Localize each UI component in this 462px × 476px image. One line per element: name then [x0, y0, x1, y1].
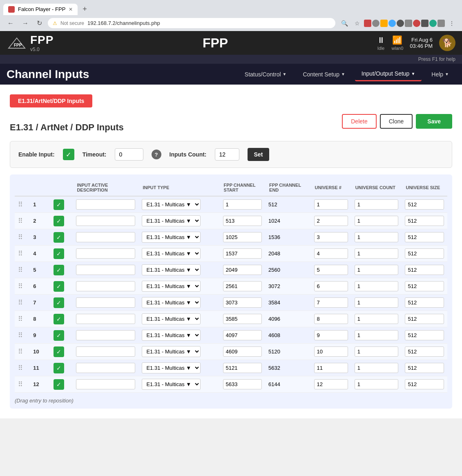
row-univ-count-input[interactable] — [355, 314, 399, 324]
row-ch-start-input[interactable] — [223, 232, 262, 242]
row-univ-count-input[interactable] — [355, 379, 399, 389]
enable-input-checkbox[interactable]: ✓ — [63, 149, 74, 160]
row-univ-size-input[interactable] — [405, 281, 444, 291]
drag-handle[interactable]: ⠿ — [18, 315, 23, 322]
drag-handle[interactable]: ⠿ — [18, 364, 23, 371]
nav-item-io[interactable]: Input/Output Setup ▼ — [355, 67, 422, 81]
row-type-select[interactable]: E1.31 - Multicas ▼ — [142, 199, 201, 210]
row-univ-count-input[interactable] — [355, 281, 399, 291]
row-type-select[interactable]: E1.31 - Multicas ▼ — [142, 297, 201, 308]
ext-icon-2[interactable] — [372, 20, 379, 27]
row-universe-input[interactable] — [314, 216, 348, 226]
row-description-input[interactable] — [76, 248, 135, 259]
row-ch-start-input[interactable] — [223, 330, 262, 340]
row-active-checkbox[interactable]: ✓ — [54, 232, 64, 243]
row-active-checkbox[interactable]: ✓ — [54, 216, 64, 226]
row-active-checkbox[interactable]: ✓ — [54, 363, 64, 373]
row-type-select[interactable]: E1.31 - Multicas ▼ — [142, 281, 201, 292]
row-univ-size-input[interactable] — [405, 330, 444, 340]
row-description-input[interactable] — [76, 346, 135, 357]
row-univ-size-input[interactable] — [405, 379, 444, 389]
row-universe-input[interactable] — [314, 297, 348, 308]
row-universe-input[interactable] — [314, 199, 348, 210]
ext-icon-5[interactable] — [397, 20, 404, 27]
row-universe-input[interactable] — [314, 232, 348, 242]
row-description-input[interactable] — [76, 199, 135, 210]
row-universe-input[interactable] — [314, 281, 348, 291]
active-tab[interactable]: Falcon Player - FPP ✕ — [3, 4, 78, 15]
drag-handle[interactable]: ⠿ — [18, 201, 23, 208]
row-ch-start-input[interactable] — [223, 248, 262, 259]
ext-icon-3[interactable] — [380, 20, 388, 27]
row-type-select[interactable]: E1.31 - Multicas ▼ — [142, 248, 201, 259]
row-univ-size-input[interactable] — [405, 265, 444, 275]
row-universe-input[interactable] — [314, 248, 348, 259]
row-univ-count-input[interactable] — [355, 248, 399, 259]
ext-icon-6[interactable] — [405, 20, 412, 27]
row-univ-count-input[interactable] — [355, 232, 399, 242]
row-active-checkbox[interactable]: ✓ — [54, 346, 64, 357]
row-univ-count-input[interactable] — [355, 199, 399, 210]
row-type-select[interactable]: E1.31 - Multicas ▼ — [142, 232, 201, 243]
row-ch-start-input[interactable] — [223, 199, 262, 210]
row-ch-start-input[interactable] — [223, 281, 262, 291]
menu-button[interactable]: ⋮ — [446, 18, 457, 28]
row-universe-input[interactable] — [314, 363, 348, 373]
tab-close-button[interactable]: ✕ — [69, 7, 73, 12]
nav-item-help[interactable]: Help ▼ — [425, 67, 455, 81]
drag-handle[interactable]: ⠿ — [18, 299, 23, 306]
back-button[interactable]: ← — [5, 18, 16, 29]
row-description-input[interactable] — [76, 265, 135, 275]
set-button[interactable]: Set — [248, 148, 270, 161]
row-univ-count-input[interactable] — [355, 330, 399, 340]
row-type-select[interactable]: E1.31 - Multicas ▼ — [142, 346, 201, 357]
row-univ-size-input[interactable] — [405, 232, 444, 242]
row-univ-size-input[interactable] — [405, 199, 444, 210]
row-description-input[interactable] — [76, 330, 135, 340]
row-ch-start-input[interactable] — [223, 314, 262, 324]
row-univ-count-input[interactable] — [355, 346, 399, 357]
row-univ-size-input[interactable] — [405, 346, 444, 357]
row-description-input[interactable] — [76, 216, 135, 226]
row-ch-start-input[interactable] — [223, 297, 262, 308]
nav-item-content[interactable]: Content Setup ▼ — [296, 67, 351, 81]
row-ch-start-input[interactable] — [223, 363, 262, 373]
row-active-checkbox[interactable]: ✓ — [54, 199, 64, 210]
search-button[interactable]: 🔍 — [339, 18, 350, 28]
row-univ-size-input[interactable] — [405, 216, 444, 226]
timeout-help-button[interactable]: ? — [152, 150, 161, 159]
row-type-select[interactable]: E1.31 - Multicas ▼ — [142, 362, 201, 373]
inputs-count-input[interactable] — [215, 148, 239, 161]
ext-icon-10[interactable] — [437, 20, 445, 27]
row-active-checkbox[interactable]: ✓ — [54, 248, 64, 259]
row-description-input[interactable] — [76, 379, 135, 389]
row-univ-size-input[interactable] — [405, 363, 444, 373]
row-description-input[interactable] — [76, 297, 135, 308]
row-active-checkbox[interactable]: ✓ — [54, 330, 64, 341]
row-univ-count-input[interactable] — [355, 216, 399, 226]
row-universe-input[interactable] — [314, 346, 348, 357]
row-univ-size-input[interactable] — [405, 297, 444, 308]
drag-handle[interactable]: ⠿ — [18, 283, 23, 290]
row-type-select[interactable]: E1.31 - Multicas ▼ — [142, 330, 201, 341]
url-box[interactable]: ⚠ Not secure 192.168.7.2/channelinputs.p… — [48, 18, 335, 28]
timeout-input[interactable] — [115, 148, 143, 161]
row-description-input[interactable] — [76, 363, 135, 373]
clone-button[interactable]: Clone — [380, 114, 413, 129]
nav-item-status[interactable]: Status/Control ▼ — [238, 67, 293, 81]
drag-handle[interactable]: ⠿ — [18, 250, 23, 257]
bookmark-button[interactable]: ☆ — [352, 18, 362, 28]
save-button[interactable]: Save — [416, 114, 452, 129]
row-type-select[interactable]: E1.31 - Multicas ▼ — [142, 264, 201, 275]
ext-icon-1[interactable] — [364, 20, 371, 27]
row-type-select[interactable]: E1.31 - Multicas ▼ — [142, 313, 201, 324]
user-avatar[interactable]: 🐕 — [439, 35, 455, 51]
drag-handle[interactable]: ⠿ — [18, 348, 23, 355]
row-univ-count-input[interactable] — [355, 363, 399, 373]
ext-icon-7[interactable] — [413, 20, 420, 27]
reload-button[interactable]: ↻ — [34, 18, 45, 29]
row-universe-input[interactable] — [314, 314, 348, 324]
drag-handle[interactable]: ⠿ — [18, 266, 23, 273]
row-ch-start-input[interactable] — [223, 346, 262, 357]
row-active-checkbox[interactable]: ✓ — [54, 314, 64, 324]
